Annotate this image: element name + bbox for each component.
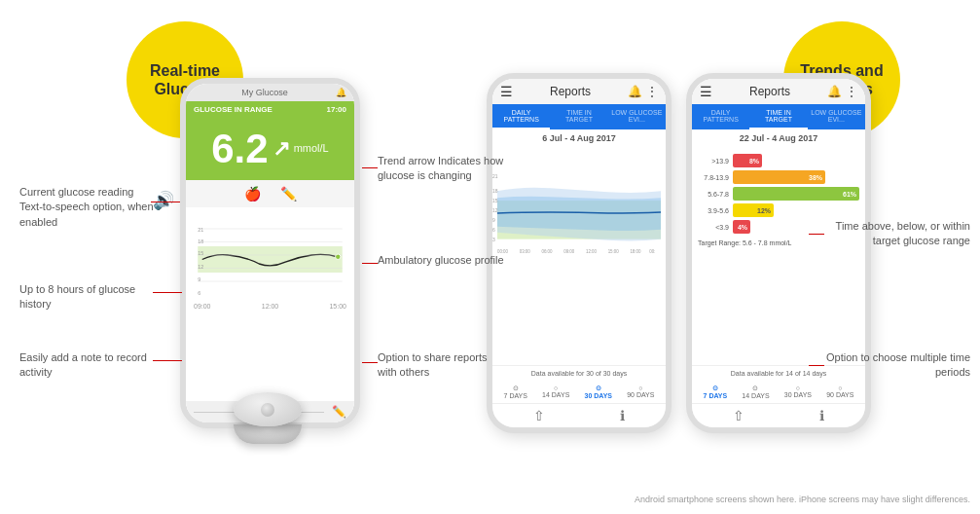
annotation-current-glucose: Current glucose reading Text-to-speech o… [19,185,156,230]
line-share [362,362,378,363]
phone2-tab-bar: DAILY PATTERNS TIME IN TARGET LOW GLUCOS… [492,104,666,129]
phone1-title: My Glucose [241,88,288,97]
footer-note: Android smartphone screens shown here. i… [635,495,970,504]
sensor-device [234,392,302,460]
svg-text:09:00: 09:00 [563,250,575,255]
phone-reports-agp: ☰ Reports 🔔 ⋮ DAILY PATTERNS TIME IN TAR… [487,73,671,433]
svg-text:03:00: 03:00 [520,250,531,255]
phone2-share-row: ⇧ ℹ [492,403,666,427]
bar-row-3956: 3.9-5.6 12% [698,203,859,217]
time-axis: 09:00 12:00 15:00 [190,303,350,310]
share-icon[interactable]: ⇧ [533,408,545,423]
annotation-time-above: Time above, below, or within target gluc… [824,219,970,249]
30days-btn[interactable]: ⊙30 DAYS [584,385,612,399]
bell-icon: 🔔 [336,88,346,97]
bar-fill-3: 61% [733,187,859,201]
svg-text:12:00: 12:00 [586,250,598,255]
svg-text:9: 9 [198,276,200,282]
agp-chart: 21 18 15 12 9 6 3 00:00 03:00 06:00 09:0… [492,147,666,365]
svg-text:18:00: 18:00 [630,250,641,255]
tab-time-in-target[interactable]: TIME IN TARGET [550,104,607,129]
bar-fill-1: 8% [733,154,762,167]
info-icon[interactable]: ℹ [620,408,625,423]
phone3-date-range: 22 Jul - 4 Aug 2017 [692,129,865,147]
svg-text:15:00: 15:00 [608,250,620,255]
phone3-bell-icon: 🔔 [827,85,842,98]
annotation-trend-arrow: Trend arrow Indicates how glucose is cha… [378,154,504,184]
phone2-day-buttons: ⊙7 DAYS ○14 DAYS ⊙30 DAYS ○90 DAYS [492,381,666,403]
glucose-time: 17:00 [327,105,346,114]
phone2-more-icon: ⋮ [646,85,658,98]
phone3-data-available: Data available for 14 of 14 days [731,370,826,377]
annotation-share: Option to share reports with others [378,350,504,381]
bar-label-5: <3.9 [698,224,729,231]
phone3-14days-btn[interactable]: ⊙14 DAYS [742,385,769,399]
bar-label-2: 7.8-13.9 [698,174,729,181]
line-multiple-periods [809,365,824,366]
phone3-more-icon: ⋮ [846,85,857,98]
phone1-action-icons: 🍎 ✏️ [186,180,354,207]
phone3-tab-daily[interactable]: DAILY PATTERNS [692,104,749,129]
tab-daily-patterns[interactable]: DAILY PATTERNS [492,104,550,129]
time-label-1: 09:00 [194,303,211,310]
line-8hours [153,292,182,293]
sound-icon: 🔊 [153,190,174,211]
svg-text:18: 18 [492,189,498,194]
data-available-label: Data available for 30 of 30 days [531,370,627,377]
phone3-info-icon[interactable]: ℹ [819,408,824,423]
annotation-8hours: Up to 8 hours of glucose history [19,282,156,312]
svg-text:06:00: 06:00 [541,250,553,255]
bar-label-3: 5.6-7.8 [698,191,729,198]
bar-fill-5: 4% [733,220,750,234]
glucose-reading-area: 6.2 ↗ mmol/L [186,118,354,180]
line-ambulatory [362,263,378,264]
phone3-share-row: ⇧ ℹ [692,403,865,427]
svg-text:9: 9 [492,218,495,223]
bar-chart-area: >13.9 8% 7.8-13.9 38% 5.6-7.8 61% 3.9-5.… [692,147,865,365]
svg-text:00:: 00: [649,250,655,255]
phone3-tab-low[interactable]: LOW GLUCOSE EVI... [808,104,865,129]
phone3-7days-btn[interactable]: ⊙7 DAYS [704,385,728,399]
svg-text:21: 21 [198,227,203,233]
7days-btn[interactable]: ⊙7 DAYS [504,385,527,399]
line-trend-arrow [362,167,378,168]
edit-icon: ✏️ [280,186,297,202]
phone3-menu-icon: ☰ [700,84,712,99]
phone3-title: Reports [749,85,790,98]
svg-text:3: 3 [492,238,495,242]
pencil-icon: ✏️ [332,405,346,419]
svg-text:12: 12 [492,208,498,213]
glucose-banner: GLUCOSE IN RANGE 17:00 [186,101,354,118]
bar-row-5678: 5.6-7.8 61% [698,187,859,201]
bar-fill-2: 38% [733,170,825,184]
bar-label-1: >13.9 [698,158,729,165]
svg-text:15: 15 [492,199,498,203]
glucose-label: GLUCOSE IN RANGE [194,105,272,114]
annotation-add-note: Easily add a note to record activity [19,350,156,381]
svg-point-12 [336,254,341,259]
sensor-screw [261,403,274,417]
sensor-body [234,392,302,426]
phone2-bottom-controls: Data available for 30 of 30 days [492,365,666,381]
trend-arrow-icon: ↗ [272,136,290,162]
svg-text:18: 18 [198,239,203,244]
phone3-share-icon[interactable]: ⇧ [733,408,744,423]
phone3-tab-bar: DAILY PATTERNS TIME IN TARGET LOW GLUCOS… [692,104,865,129]
phone3-90days-btn[interactable]: ○90 DAYS [826,385,853,399]
line-time-above [809,234,824,235]
glucose-value: 6.2 [211,126,268,172]
time-label-3: 15:00 [329,303,346,310]
14days-btn[interactable]: ○14 DAYS [542,385,569,399]
svg-text:6: 6 [492,228,495,233]
90days-btn[interactable]: ○90 DAYS [627,385,654,399]
line-add-note [153,360,182,361]
glucose-unit: mmol/L [294,142,329,155]
annotation-multiple-periods: Option to choose multiple time periods [824,350,970,381]
bar-row-7813: 7.8-13.9 38% [698,170,859,184]
tab-low-glucose[interactable]: LOW GLUCOSE EVI... [608,104,666,129]
svg-text:15: 15 [198,250,203,256]
phone3-day-buttons: ⊙7 DAYS ⊙14 DAYS ○30 DAYS ○90 DAYS [692,381,865,403]
phone3-tab-time[interactable]: TIME IN TARGET [749,104,807,129]
phone3-30days-btn[interactable]: ○30 DAYS [784,385,812,399]
food-icon: 🍎 [244,186,261,202]
